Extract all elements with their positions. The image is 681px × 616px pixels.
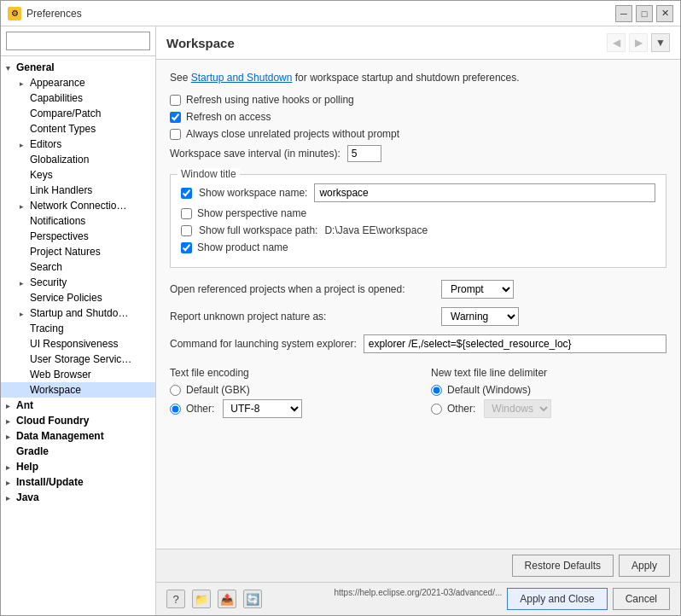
sidebar-item-appearance[interactable]: Appearance (1, 75, 155, 90)
show-perspective-label[interactable]: Show perspective name (197, 207, 306, 219)
sidebar-item-user-storage[interactable]: User Storage Servic… (1, 352, 155, 367)
sidebar-item-project-natures[interactable]: Project Natures (1, 244, 155, 259)
report-nature-row: Report unknown project nature as: Warnin… (170, 307, 666, 326)
sidebar-item-ui-responsiveness[interactable]: UI Responsiveness (1, 336, 155, 352)
nav-forward-button[interactable]: ▶ (629, 33, 648, 52)
open-projects-select[interactable]: Prompt Always Never (441, 280, 514, 299)
sidebar-item-tracing[interactable]: Tracing (1, 321, 155, 336)
sidebar-item-service-policies[interactable]: Service Policies (1, 290, 155, 305)
refresh-icon[interactable]: 🔄 (243, 590, 262, 608)
sidebar-item-install-update[interactable]: Install/Update (1, 474, 155, 490)
sidebar-item-web-browser[interactable]: Web Browser (1, 367, 155, 382)
sidebar-item-ant[interactable]: Ant (1, 398, 155, 413)
panel-body: See Startup and Shutdown for workspace s… (156, 60, 680, 549)
sidebar-item-compare-patch[interactable]: Compare/Patch (1, 106, 155, 121)
show-perspective-checkbox[interactable] (181, 208, 192, 219)
help-icon[interactable]: ? (166, 590, 185, 608)
delimiter-other-label[interactable]: Other: (447, 403, 475, 415)
encoding-other-label[interactable]: Other: (186, 403, 214, 415)
always-close-checkbox[interactable] (170, 129, 181, 140)
panel-nav: ◀ ▶ ▼ (607, 33, 670, 52)
nav-dropdown-button[interactable]: ▼ (651, 33, 670, 52)
footer-bottom: ? 📁 📤 🔄 https://help.eclipse.org/2021-03… (156, 582, 680, 615)
delimiter-other-select[interactable]: Windows Unix Mac (484, 399, 551, 418)
cancel-button[interactable]: Cancel (613, 588, 670, 610)
encoding-default-row: Default (GBK) (170, 384, 405, 396)
status-url: https://help.eclipse.org/2021-03/advance… (334, 588, 502, 610)
report-nature-select[interactable]: Warning Error Ignore (441, 307, 519, 326)
restore-defaults-button[interactable]: Restore Defaults (512, 555, 614, 577)
line-delimiter-title: New text file line delimiter (431, 367, 666, 379)
sidebar-item-notifications[interactable]: Notifications (1, 213, 155, 229)
text-encoding-title: Text file encoding (170, 367, 405, 379)
startup-shutdown-link[interactable]: Startup and Shutdown (191, 72, 293, 84)
show-full-path-checkbox[interactable] (181, 225, 192, 236)
refresh-access-label[interactable]: Refresh on access (186, 111, 271, 123)
sidebar-item-capabilities[interactable]: Capabilities (1, 90, 155, 106)
delimiter-other-row: Other: Windows Unix Mac (431, 399, 666, 418)
sidebar-item-content-types[interactable]: Content Types (1, 121, 155, 137)
show-product-label[interactable]: Show product name (197, 241, 288, 253)
sidebar-item-startup-shutdown[interactable]: Startup and Shutdo… (1, 305, 155, 321)
delimiter-default-radio[interactable] (431, 385, 442, 396)
search-input[interactable] (6, 32, 150, 50)
sidebar-item-network[interactable]: Network Connectio… (1, 198, 155, 213)
panel-title: Workspace (166, 36, 235, 50)
preferences-window: ⚙ Preferences ─ □ ✕ General Appearance (0, 0, 681, 616)
encoding-other-row: Other: UTF-8 UTF-16 ISO-8859-1 GBK (170, 399, 405, 418)
encoding-other-select[interactable]: UTF-8 UTF-16 ISO-8859-1 GBK (223, 399, 302, 418)
title-bar: ⚙ Preferences ─ □ ✕ (1, 1, 680, 26)
sidebar-item-globalization[interactable]: Globalization (1, 152, 155, 167)
workspace-name-input[interactable] (314, 183, 655, 202)
sidebar-item-cloud-foundry[interactable]: Cloud Foundry (1, 413, 155, 428)
interval-row: Workspace save interval (in minutes): (170, 145, 666, 162)
delimiter-other-radio[interactable] (431, 404, 442, 415)
refresh-access-checkbox[interactable] (170, 112, 181, 123)
sidebar-item-general[interactable]: General (1, 60, 155, 75)
export-icon[interactable]: 📤 (218, 590, 236, 608)
info-prefix: See (170, 72, 191, 84)
always-close-row: Always close unrelated projects without … (170, 128, 666, 140)
minimize-button[interactable]: ─ (615, 5, 632, 22)
refresh-native-label[interactable]: Refresh using native hooks or polling (186, 94, 354, 106)
sidebar-item-search[interactable]: Search (1, 259, 155, 275)
folder-icon[interactable]: 📁 (192, 590, 211, 608)
interval-input[interactable] (347, 145, 381, 162)
close-button[interactable]: ✕ (656, 5, 673, 22)
show-product-checkbox[interactable] (181, 242, 192, 253)
sidebar-item-gradle[interactable]: Gradle (1, 444, 155, 459)
delimiter-default-label[interactable]: Default (Windows) (447, 384, 531, 396)
show-perspective-row: Show perspective name (181, 207, 655, 219)
sidebar-item-keys[interactable]: Keys (1, 167, 155, 183)
apply-close-button[interactable]: Apply and Close (507, 588, 607, 610)
apply-button[interactable]: Apply (619, 555, 670, 577)
encoding-section: Text file encoding Default (GBK) Other: … (170, 367, 666, 421)
window-icon: ⚙ (8, 7, 21, 20)
always-close-label[interactable]: Always close unrelated projects without … (186, 128, 399, 140)
text-encoding-group: Text file encoding Default (GBK) Other: … (170, 367, 405, 421)
arrow-install-update (6, 479, 16, 487)
sidebar-item-link-handlers[interactable]: Link Handlers (1, 183, 155, 198)
sidebar: General Appearance Capabilities Compare/… (1, 26, 156, 615)
sidebar-item-workspace[interactable]: Workspace (1, 382, 155, 398)
encoding-default-radio[interactable] (170, 385, 181, 396)
sidebar-item-security[interactable]: Security (1, 275, 155, 290)
sidebar-item-data-management[interactable]: Data Management (1, 428, 155, 444)
footer-right-buttons: https://help.eclipse.org/2021-03/advance… (334, 588, 670, 610)
open-projects-row: Open referenced projects when a project … (170, 280, 666, 299)
nav-back-button[interactable]: ◀ (607, 33, 626, 52)
show-full-path-label[interactable]: Show full workspace path: (199, 224, 317, 236)
refresh-native-checkbox[interactable] (170, 95, 181, 106)
command-input[interactable] (364, 334, 666, 353)
show-workspace-name-label[interactable]: Show workspace name: (199, 187, 307, 199)
sidebar-item-java[interactable]: Java (1, 490, 155, 505)
sidebar-item-help[interactable]: Help (1, 459, 155, 474)
sidebar-item-perspectives[interactable]: Perspectives (1, 229, 155, 244)
encoding-default-label[interactable]: Default (GBK) (186, 384, 250, 396)
sidebar-item-editors[interactable]: Editors (1, 137, 155, 152)
maximize-button[interactable]: □ (636, 5, 653, 22)
panel-header: Workspace ◀ ▶ ▼ (156, 26, 680, 60)
info-suffix: for workspace startup and shutdown prefe… (292, 72, 519, 84)
encoding-other-radio[interactable] (170, 404, 181, 415)
show-workspace-name-checkbox[interactable] (181, 188, 192, 199)
